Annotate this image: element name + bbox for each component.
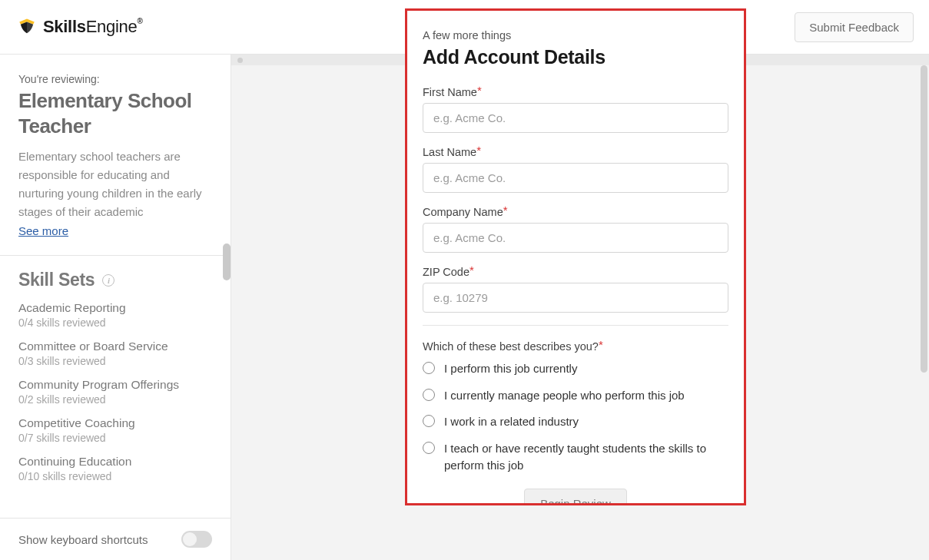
radio-icon[interactable] bbox=[423, 389, 435, 401]
divider bbox=[423, 325, 728, 326]
skill-name: Competitive Coaching bbox=[18, 416, 212, 430]
radio-text: I work in a related industry bbox=[444, 413, 579, 431]
sidebar: You're reviewing: Elementary School Teac… bbox=[0, 55, 231, 560]
skill-item[interactable]: Continuing Education 0/10 skills reviewe… bbox=[18, 455, 212, 482]
radio-option[interactable]: I currently manage people who perform th… bbox=[423, 387, 728, 405]
radio-icon[interactable] bbox=[423, 362, 435, 374]
shortcuts-toggle[interactable] bbox=[181, 531, 212, 548]
question-label: Which of these best describes you?* bbox=[423, 340, 728, 353]
shield-icon bbox=[17, 17, 37, 37]
submit-feedback-button[interactable]: Submit Feedback bbox=[795, 12, 914, 42]
radio-icon[interactable] bbox=[423, 415, 435, 427]
radio-option[interactable]: I teach or have recently taught students… bbox=[423, 440, 728, 475]
skill-count: 0/3 skills reviewed bbox=[18, 355, 212, 367]
last-name-label: Last Name* bbox=[423, 145, 728, 158]
skill-name: Community Program Offerings bbox=[18, 378, 212, 392]
skill-count: 0/4 skills reviewed bbox=[18, 316, 212, 329]
skill-sets-heading: Skill Sets i bbox=[18, 270, 212, 290]
modal-subtitle: A few more things bbox=[423, 29, 728, 41]
skill-name: Continuing Education bbox=[18, 455, 212, 469]
logo[interactable]: SkillsEngine® bbox=[17, 17, 142, 37]
radio-option[interactable]: I perform this job currently bbox=[423, 360, 728, 378]
radio-text: I currently manage people who perform th… bbox=[444, 387, 685, 405]
skill-item[interactable]: Committee or Board Service 0/3 skills re… bbox=[18, 340, 212, 367]
reviewing-label: You're reviewing: bbox=[18, 73, 212, 85]
skill-name: Academic Reporting bbox=[18, 301, 212, 315]
window-dot-icon bbox=[237, 58, 243, 63]
sidebar-scrollbar[interactable] bbox=[223, 244, 231, 280]
account-details-modal: A few more things Add Account Details Fi… bbox=[405, 8, 746, 505]
see-more-link[interactable]: See more bbox=[18, 224, 68, 237]
radio-text: I teach or have recently taught students… bbox=[444, 440, 728, 475]
first-name-input[interactable] bbox=[423, 103, 728, 133]
skill-item[interactable]: Community Program Offerings 0/2 skills r… bbox=[18, 378, 212, 406]
skill-item[interactable]: Academic Reporting 0/4 skills reviewed bbox=[18, 301, 212, 329]
radio-text: I perform this job currently bbox=[444, 360, 577, 378]
job-title: Elementary School Teacher bbox=[18, 88, 212, 138]
company-name-label: Company Name* bbox=[423, 205, 728, 218]
info-icon[interactable]: i bbox=[102, 274, 114, 287]
radio-option[interactable]: I work in a related industry bbox=[423, 413, 728, 431]
skill-name: Committee or Board Service bbox=[18, 340, 212, 353]
begin-review-button[interactable]: Begin Review bbox=[524, 489, 627, 506]
job-description: Elementary school teachers are responsib… bbox=[18, 147, 212, 221]
zip-code-label: ZIP Code* bbox=[423, 265, 728, 278]
toggle-knob bbox=[183, 532, 197, 546]
brand-text: SkillsEngine® bbox=[43, 17, 142, 37]
radio-icon[interactable] bbox=[423, 442, 435, 454]
first-name-label: First Name* bbox=[423, 85, 728, 98]
company-name-input[interactable] bbox=[423, 223, 728, 253]
skill-count: 0/2 skills reviewed bbox=[18, 393, 212, 406]
main-scrollbar[interactable] bbox=[921, 65, 927, 373]
skill-count: 0/7 skills reviewed bbox=[18, 432, 212, 444]
last-name-input[interactable] bbox=[423, 163, 728, 193]
zip-code-input[interactable] bbox=[423, 283, 728, 313]
shortcuts-row: Show keyboard shortcuts bbox=[0, 518, 231, 560]
shortcuts-label: Show keyboard shortcuts bbox=[18, 533, 148, 546]
skill-item[interactable]: Competitive Coaching 0/7 skills reviewed bbox=[18, 416, 212, 444]
modal-title: Add Account Details bbox=[423, 46, 728, 68]
skill-count: 0/10 skills reviewed bbox=[18, 470, 212, 482]
